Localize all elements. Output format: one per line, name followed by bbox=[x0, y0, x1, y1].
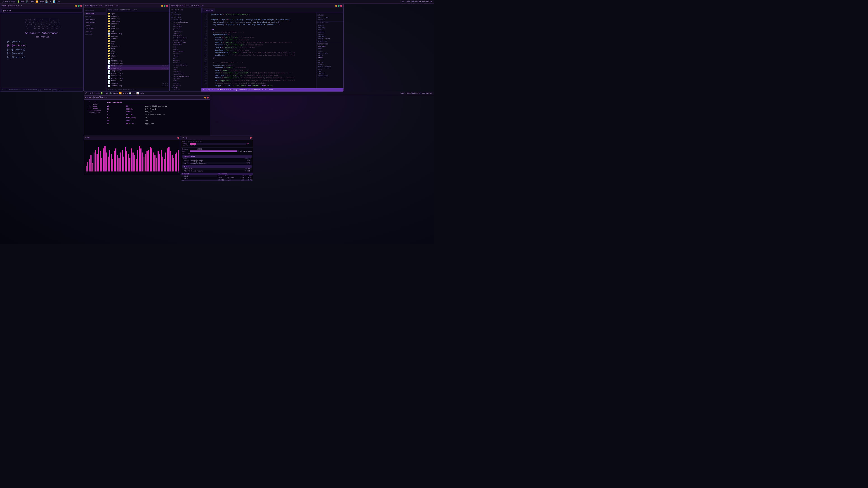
neofetch-close-btn[interactable] bbox=[207, 97, 209, 98]
tree-item-dotfilesdir[interactable]: dotfilesDir bbox=[170, 51, 201, 53]
tree-item-bootmountpath[interactable]: bootMountPath bbox=[170, 37, 201, 39]
tree-item-browser[interactable]: browser bbox=[170, 62, 201, 64]
list-item[interactable]: 📄install.org bbox=[107, 72, 169, 74]
outline-item[interactable]: profile bbox=[316, 29, 343, 31]
tree-item-name[interactable]: name bbox=[170, 46, 201, 48]
list-item[interactable]: 📄README.org bbox=[107, 32, 169, 35]
list-item[interactable]: 📄desktop.png bbox=[107, 62, 169, 65]
outline-item[interactable]: hostname bbox=[316, 26, 343, 29]
list-item[interactable]: 📄README.org bbox=[107, 60, 169, 62]
tree-item-term[interactable]: term bbox=[170, 66, 201, 68]
browser-link-newtab[interactable]: [t] [New tab] bbox=[7, 52, 76, 56]
list-item-active[interactable]: 📄 flake.nix 2.26 K bbox=[107, 67, 169, 70]
list-item[interactable]: 📄install.sh bbox=[107, 79, 169, 82]
list-item[interactable]: 📁system bbox=[107, 35, 169, 37]
tree-item-hostname[interactable]: hostname bbox=[170, 26, 201, 28]
list-item[interactable]: 📁wsl bbox=[107, 30, 169, 32]
tree-item-grubdevice[interactable]: grubDevice bbox=[170, 39, 201, 41]
tree-item-nix-editor[interactable]: editor bbox=[170, 82, 201, 84]
tree-item-systemsettings[interactable]: ▼ systemSettings bbox=[170, 21, 201, 23]
win-close-btn[interactable] bbox=[80, 5, 82, 7]
outline-item[interactable]: editor bbox=[316, 55, 343, 57]
outline-item[interactable]: timezone bbox=[316, 31, 343, 33]
outline-item[interactable]: dotfilesDir bbox=[316, 52, 343, 55]
tree-item-theme[interactable]: theme bbox=[170, 55, 201, 57]
list-item[interactable]: 📄harden.sh bbox=[107, 74, 169, 77]
tree-item-system[interactable]: system bbox=[170, 23, 201, 26]
tree-item-spawned[interactable]: spawnEditor bbox=[170, 73, 201, 75]
tree-item-profile[interactable]: profile bbox=[170, 28, 201, 30]
neofetch-min-btn[interactable] bbox=[204, 97, 206, 98]
browser-link-closetab[interactable]: [x] [Close tab] bbox=[7, 56, 76, 59]
fm-close-btn[interactable] bbox=[166, 5, 168, 7]
win-max-btn[interactable] bbox=[78, 5, 80, 7]
tree-item-outputs[interactable]: ▶ outputs bbox=[170, 13, 201, 16]
outline-item[interactable]: wmType bbox=[316, 61, 343, 64]
list-item[interactable]: 📁personal bbox=[107, 22, 169, 25]
fm-bookmark-homelab[interactable]: home lab bbox=[84, 12, 106, 15]
fm-place-downloads[interactable]: Downloads bbox=[84, 21, 106, 24]
list-item[interactable]: 📁patches bbox=[107, 15, 169, 18]
fm-place-pictures[interactable]: Pictures bbox=[84, 27, 106, 30]
outline-item[interactable]: locale bbox=[316, 33, 343, 35]
outline-item[interactable]: fontPkg bbox=[316, 72, 343, 75]
list-item[interactable]: 📁work bbox=[107, 25, 169, 27]
outline-item[interactable]: font bbox=[316, 70, 343, 72]
tree-item-usersettings[interactable]: ▼ userSettings bbox=[170, 41, 201, 43]
tree-item-editor[interactable]: editor bbox=[170, 53, 201, 55]
outline-item[interactable]: term bbox=[316, 68, 343, 70]
browser-link-history[interactable]: [S h] [History] bbox=[7, 48, 76, 52]
tree-item-pkgs[interactable]: ▼ pkgs bbox=[170, 87, 201, 89]
list-item[interactable]: 📁user bbox=[107, 40, 169, 42]
tree-item-defaultroamdir[interactable]: defaultRoamDir bbox=[170, 64, 201, 66]
htop-close-btn[interactable] bbox=[250, 137, 252, 139]
sysmon-close-btn[interactable] bbox=[178, 137, 179, 139]
tree-item-font[interactable]: font bbox=[170, 68, 201, 71]
tree-item-wm[interactable]: wm bbox=[170, 57, 201, 59]
outline-item[interactable]: defaultRoamDir bbox=[316, 66, 343, 68]
list-item[interactable]: 📁themes bbox=[107, 37, 169, 40]
browser-url-input[interactable] bbox=[2, 9, 82, 12]
list-item[interactable]: 📁shell bbox=[107, 52, 169, 55]
tree-item-bootmode[interactable]: bootMode bbox=[170, 35, 201, 37]
tree-item-username[interactable]: username bbox=[170, 43, 201, 46]
win-min-btn[interactable] bbox=[75, 5, 77, 7]
tree-item-wmtype[interactable]: wmType bbox=[170, 59, 201, 62]
outline-item[interactable]: bootMountPath bbox=[316, 38, 343, 40]
tree-item-timezone[interactable]: timezone bbox=[170, 30, 201, 32]
fm-place-videos[interactable]: Videos bbox=[84, 30, 106, 33]
list-item[interactable]: 📁app bbox=[107, 42, 169, 45]
outline-item[interactable]: email bbox=[316, 50, 343, 52]
tab-flake-nix[interactable]: flake.nix bbox=[202, 8, 215, 12]
list-item[interactable]: 📁worklab bbox=[107, 27, 169, 30]
tree-item-locale[interactable]: locale bbox=[170, 32, 201, 35]
outline-item-theme[interactable]: theme bbox=[316, 57, 343, 59]
outline-item-username[interactable]: username bbox=[316, 45, 343, 48]
outline-item[interactable]: grubDevice bbox=[316, 40, 343, 42]
fm-place-music[interactable]: Music bbox=[84, 24, 106, 27]
browser-link-search[interactable]: [o] [Search] bbox=[7, 40, 76, 44]
list-item[interactable]: 📁pkgs bbox=[107, 50, 169, 52]
outline-item[interactable]: name bbox=[316, 48, 343, 50]
list-item[interactable]: 📁wm bbox=[107, 57, 169, 60]
list-item[interactable]: 📁home lab bbox=[107, 20, 169, 22]
outline-item[interactable]: browser bbox=[316, 64, 343, 66]
tree-item-pkgs-system[interactable]: system bbox=[170, 89, 201, 91]
list-item[interactable]: 📄LICENSE 34.2 K bbox=[107, 82, 169, 85]
list-item[interactable]: 📁hardware bbox=[107, 45, 169, 47]
list-item[interactable]: 📄README.org 40.8 K bbox=[107, 85, 169, 87]
browser-link-quickmarks[interactable]: [b] [Quickmarks] bbox=[7, 44, 76, 48]
outline-item[interactable]: bootMode bbox=[316, 35, 343, 38]
editor-max-btn[interactable] bbox=[338, 5, 340, 7]
tree-item-patches[interactable]: ▶ patches bbox=[170, 16, 201, 19]
tree-item-nix-system[interactable]: system bbox=[170, 77, 201, 80]
tree-item-nixpkgs[interactable]: ▼ nixpkgs-patched bbox=[170, 75, 201, 77]
list-item[interactable]: 📄.sops.yaml bbox=[107, 70, 169, 72]
outline-item[interactable]: description bbox=[316, 17, 343, 19]
tree-item-nix-name[interactable]: name bbox=[170, 80, 201, 82]
list-item[interactable]: 📄install.org bbox=[107, 77, 169, 79]
outline-item[interactable]: outputs bbox=[316, 19, 343, 21]
tree-item-profiles[interactable]: ▶ profiles bbox=[170, 19, 201, 21]
outline-item[interactable]: spawnEditor bbox=[316, 75, 343, 77]
editor-min-btn[interactable] bbox=[335, 5, 337, 7]
